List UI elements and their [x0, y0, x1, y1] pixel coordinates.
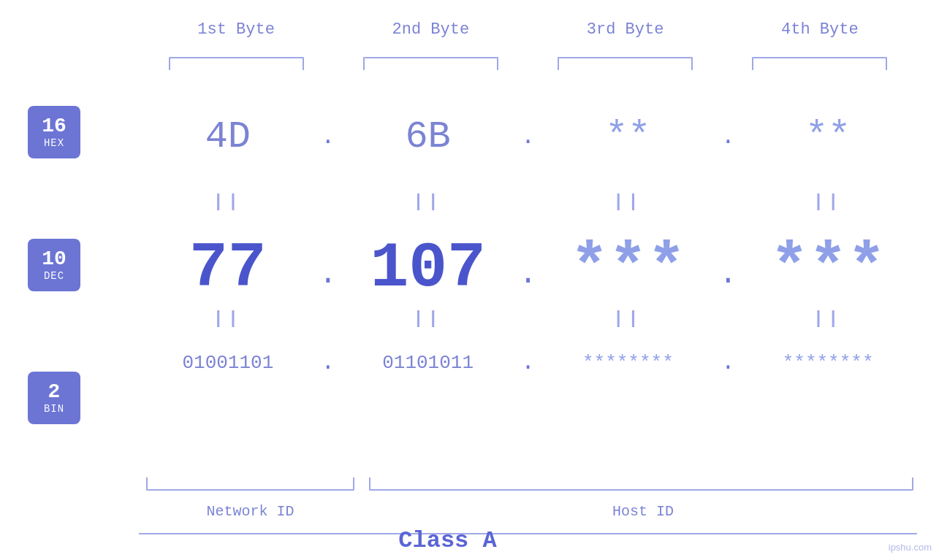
bin-label: BIN [44, 403, 64, 415]
hex-row: 4D . 6B . ** . ** [139, 115, 917, 158]
hex-number: 16 [42, 115, 66, 138]
bin-b2: 01101011 [339, 352, 517, 374]
dot-bin-3: . [717, 349, 739, 376]
watermark: ipshu.com [889, 542, 932, 553]
separator-dec-bin: || || || || [139, 309, 917, 329]
dbar-7: || [539, 309, 718, 329]
main-grid: 4D . 6B . ** . ** || || || [139, 79, 917, 480]
badge-dec: 10 DEC [28, 239, 80, 291]
main-container: 1st Byte 2nd Byte 3rd Byte 4th Byte 16 H… [0, 0, 939, 560]
bracket-3 [528, 57, 723, 70]
bracket-2 [333, 57, 528, 70]
badge-bin: 2 BIN [28, 372, 80, 424]
bracket-network [146, 477, 354, 491]
dot-hex-1: . [317, 123, 339, 150]
bracket-1 [139, 57, 333, 70]
base-labels: 16 HEX 10 DEC 2 BIN [28, 106, 80, 424]
badge-hex: 16 HEX [28, 106, 80, 158]
dec-b4: *** [739, 232, 917, 304]
dot-bin-2: . [517, 349, 539, 376]
dec-b3: *** [539, 232, 718, 304]
dbar-1: || [139, 192, 317, 212]
bracket-line-1 [169, 57, 304, 70]
dbar-6: || [339, 309, 517, 329]
dec-label: DEC [44, 270, 64, 282]
dot-hex-2: . [517, 123, 539, 150]
dbar-2: || [339, 192, 517, 212]
bin-row: 01001101 . 01101011 . ******** . *******… [139, 349, 917, 376]
dbar-5: || [139, 309, 317, 329]
header-byte2: 2nd Byte [333, 20, 528, 39]
hex-b3: ** [539, 115, 718, 158]
byte-headers: 1st Byte 2nd Byte 3rd Byte 4th Byte [139, 20, 917, 39]
bottom-brackets [139, 477, 917, 491]
dec-cells: 77 . 107 . *** . *** [139, 232, 917, 304]
bin-number: 2 [48, 381, 61, 404]
dot-hex-3: . [717, 123, 739, 150]
dot-bin-1: . [317, 349, 339, 376]
bin-cells: 01001101 . 01101011 . ******** . *******… [139, 349, 917, 376]
hex-b4: ** [739, 115, 917, 158]
dbar-4: || [739, 192, 917, 212]
dot-dec-2: . [517, 257, 539, 292]
network-id-label: Network ID [146, 503, 354, 520]
bracket-host [369, 477, 913, 491]
bin-b3: ******** [539, 352, 718, 374]
header-byte3: 3rd Byte [528, 20, 723, 39]
hex-b2: 6B [339, 115, 517, 158]
dec-number: 10 [42, 248, 66, 271]
hex-label: HEX [44, 137, 64, 149]
dec-b2: 107 [339, 232, 517, 304]
bracket-line-4 [752, 57, 887, 70]
separator-hex-dec: || || || || [139, 192, 917, 212]
dot-dec-1: . [317, 257, 339, 292]
host-id-label: Host ID [369, 503, 917, 520]
dec-b1: 77 [139, 232, 317, 304]
bracket-4 [723, 57, 917, 70]
dec-row: 77 . 107 . *** . *** [139, 232, 917, 304]
hex-b1: 4D [139, 115, 317, 158]
dot-dec-3: . [717, 257, 739, 292]
bracket-line-2 [363, 57, 498, 70]
bin-b4: ******** [739, 352, 917, 374]
class-label: Class A [0, 527, 895, 554]
hex-cells: 4D . 6B . ** . ** [139, 115, 917, 158]
bottom-labels: Network ID Host ID [139, 503, 917, 520]
dbar-8: || [739, 309, 917, 329]
dbar-3: || [539, 192, 718, 212]
header-byte4: 4th Byte [723, 20, 917, 39]
top-brackets [139, 57, 917, 70]
bin-b1: 01001101 [139, 352, 317, 374]
bracket-line-3 [558, 57, 693, 70]
header-byte1: 1st Byte [139, 20, 333, 39]
